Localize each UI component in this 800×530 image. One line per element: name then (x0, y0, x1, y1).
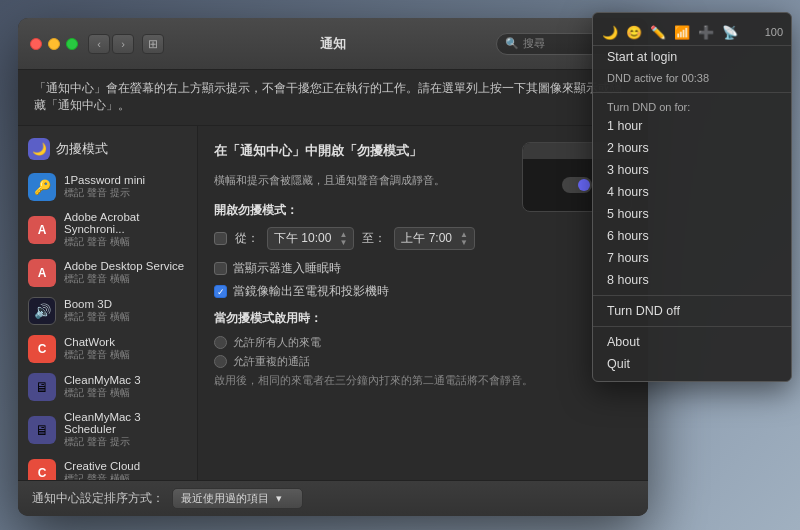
bottom-label: 通知中心設定排序方式： (32, 491, 164, 506)
menu-item-3hours[interactable]: 3 hours (593, 159, 791, 181)
from-stepper-arrows: ▲ ▼ (339, 231, 347, 247)
time-row: 從： 下午 10:00 ▲ ▼ 至： 上午 7:00 ▲ ▼ (214, 227, 632, 250)
preview-toggle-dot (578, 179, 590, 191)
app-info-chatwork: ChatWork 標記 聲音 橫幅 (64, 336, 130, 362)
menu-icon-wifi[interactable]: 📶 (673, 23, 691, 41)
menu-icon-signal[interactable]: 📡 (721, 23, 739, 41)
menu-icon-crescent[interactable]: 🌙 (601, 23, 619, 41)
repeat-desc: 啟用後，相同的來電者在三分鐘內打來的第二通電話將不會靜音。 (214, 373, 632, 388)
sidebar-item-1password[interactable]: 🔑 1Password mini 標記 聲音 提示 (18, 168, 197, 206)
traffic-lights (30, 38, 78, 50)
menu-item-7hours[interactable]: 7 hours (593, 247, 791, 269)
app-meta-cleanmymac-scheduler: 標記 聲音 提示 (64, 435, 187, 449)
sidebar-item-boom[interactable]: 🔊 Boom 3D 標記 聲音 橫幅 (18, 292, 197, 330)
nav-arrows: ‹ › (88, 34, 134, 54)
from-stepper-down[interactable]: ▼ (339, 239, 347, 247)
forward-button[interactable]: › (112, 34, 134, 54)
app-icon-cleanmymac: 🖥 (28, 373, 56, 401)
sidebar-item-chatwork[interactable]: C ChatWork 標記 聲音 橫幅 (18, 330, 197, 368)
dnd-label: 勿擾模式 (56, 140, 108, 158)
sidebar-item-adobe-acrobat[interactable]: A Adobe Acrobat Synchroni... 標記 聲音 橫幅 (18, 206, 197, 254)
app-meta-cleanmymac: 標記 聲音 橫幅 (64, 386, 141, 400)
turn-dnd-on-for-label: Turn DND on for: (593, 97, 791, 115)
menu-item-about[interactable]: About (593, 331, 791, 353)
app-info-adobe-acrobat: Adobe Acrobat Synchroni... 標記 聲音 橫幅 (64, 211, 187, 249)
menu-item-8hours[interactable]: 8 hours (593, 269, 791, 291)
app-info-cleanmymac-scheduler: CleanMyMac 3 Scheduler 標記 聲音 提示 (64, 411, 187, 449)
app-name-creative-cloud: Creative Cloud (64, 460, 140, 472)
from-time-stepper[interactable]: 下午 10:00 ▲ ▼ (267, 227, 354, 250)
menu-item-1hour[interactable]: 1 hour (593, 115, 791, 137)
app-meta-creative-cloud: 標記 聲音 橫幅 (64, 472, 140, 481)
app-icon-cleanmymac-scheduler: 🖥 (28, 416, 56, 444)
menu-icon-smiley[interactable]: 😊 (625, 23, 643, 41)
menu-icons-row: 🌙 😊 ✏️ 📶 ➕ 📡 100 (593, 19, 791, 46)
to-time-stepper[interactable]: 上午 7:00 ▲ ▼ (394, 227, 475, 250)
sidebar-item-adobe-desktop[interactable]: A Adobe Desktop Service 標記 聲音 橫幅 (18, 254, 197, 292)
from-label: 從： (235, 230, 259, 247)
main-panel: 在「通知中心」中開啟「勿擾模式」 橫幅和提示會被隱藏，且通知聲音會調成靜音。 開… (198, 126, 648, 481)
schedule-checkbox[interactable] (214, 232, 227, 245)
allow-repeat-label: 允許重複的通話 (233, 354, 310, 369)
wifi-level: 100 (765, 26, 783, 38)
menu-icon-plus[interactable]: ➕ (697, 23, 715, 41)
app-name-adobe-acrobat: Adobe Acrobat Synchroni... (64, 211, 187, 235)
sleep-label: 當顯示器進入睡眠時 (233, 260, 341, 277)
sort-select[interactable]: 最近使用過的項目 ▾ (172, 488, 303, 509)
time-separator: 至： (362, 230, 386, 247)
menu-item-4hours[interactable]: 4 hours (593, 181, 791, 203)
allow-calls-option[interactable]: 允許所有人的來電 (214, 335, 632, 350)
to-stepper-down[interactable]: ▼ (460, 239, 468, 247)
allow-calls-radio[interactable] (214, 336, 227, 349)
app-icon-1password: 🔑 (28, 173, 56, 201)
to-stepper-arrows: ▲ ▼ (460, 231, 468, 247)
app-name-boom: Boom 3D (64, 298, 130, 310)
fullscreen-button[interactable] (66, 38, 78, 50)
search-placeholder: 搜尋 (523, 36, 545, 51)
app-name-cleanmymac: CleanMyMac 3 (64, 374, 141, 386)
app-meta-chatwork: 標記 聲音 橫幅 (64, 348, 130, 362)
dnd-time: 00:38 (682, 72, 710, 84)
app-info-boom: Boom 3D 標記 聲音 橫幅 (64, 298, 130, 324)
menu-item-turn-dnd-off[interactable]: Turn DND off (593, 300, 791, 322)
sidebar-item-cleanmymac[interactable]: 🖥 CleanMyMac 3 標記 聲音 橫幅 (18, 368, 197, 406)
bottom-bar: 通知中心設定排序方式： 最近使用過的項目 ▾ (18, 480, 648, 516)
sidebar: 🌙 勿擾模式 🔑 1Password mini 標記 聲音 提示 A Adobe… (18, 126, 198, 481)
content-area: 🌙 勿擾模式 🔑 1Password mini 標記 聲音 提示 A Adobe… (18, 126, 648, 481)
allow-repeat-option[interactable]: 允許重複的通話 (214, 354, 632, 369)
sort-select-value: 最近使用過的項目 (181, 492, 269, 504)
sleep-checkbox[interactable] (214, 262, 227, 275)
app-info-adobe-desktop: Adobe Desktop Service 標記 聲音 橫幅 (64, 260, 184, 286)
app-icon-chatwork: C (28, 335, 56, 363)
menu-item-quit[interactable]: Quit (593, 353, 791, 375)
sleep-option[interactable]: 當顯示器進入睡眠時 (214, 260, 632, 277)
panel-desc: 橫幅和提示會被隱藏，且通知聲音會調成靜音。 (214, 172, 512, 189)
menu-icon-pencil[interactable]: ✏️ (649, 23, 667, 41)
app-name-cleanmymac-scheduler: CleanMyMac 3 Scheduler (64, 411, 187, 435)
close-button[interactable] (30, 38, 42, 50)
allow-repeat-radio[interactable] (214, 355, 227, 368)
menu-item-5hours[interactable]: 5 hours (593, 203, 791, 225)
mirror-option[interactable]: 當鏡像輸出至電視和投影機時 (214, 283, 632, 300)
app-icon-boom: 🔊 (28, 297, 56, 325)
dnd-active-text: DND active for (607, 72, 682, 84)
window-body: 「通知中心」會在螢幕的右上方顯示提示，不會干擾您正在執行的工作。請在選單列上按一… (18, 70, 648, 516)
app-icon-adobe-desktop: A (28, 259, 56, 287)
app-name-1password: 1Password mini (64, 174, 145, 186)
menu-divider-3 (593, 326, 791, 327)
grid-view-button[interactable]: ⊞ (142, 34, 164, 54)
mirror-checkbox[interactable] (214, 285, 227, 298)
dropdown-menu: 🌙 😊 ✏️ 📶 ➕ 📡 100 Start at login DND acti… (592, 12, 792, 382)
when-active-label: 當勿擾模式啟用時： (214, 310, 632, 327)
back-button[interactable]: ‹ (88, 34, 110, 54)
minimize-button[interactable] (48, 38, 60, 50)
menu-item-start-at-login[interactable]: Start at login (593, 46, 791, 68)
sidebar-item-creative-cloud[interactable]: C Creative Cloud 標記 聲音 橫幅 (18, 454, 197, 481)
app-meta-adobe-acrobat: 標記 聲音 橫幅 (64, 235, 187, 249)
menu-item-2hours[interactable]: 2 hours (593, 137, 791, 159)
app-info-1password: 1Password mini 標記 聲音 提示 (64, 174, 145, 200)
sidebar-item-cleanmymac-scheduler[interactable]: 🖥 CleanMyMac 3 Scheduler 標記 聲音 提示 (18, 406, 197, 454)
mirror-label: 當鏡像輸出至電視和投影機時 (233, 283, 389, 300)
dnd-section-header[interactable]: 🌙 勿擾模式 (18, 134, 197, 164)
menu-item-6hours[interactable]: 6 hours (593, 225, 791, 247)
